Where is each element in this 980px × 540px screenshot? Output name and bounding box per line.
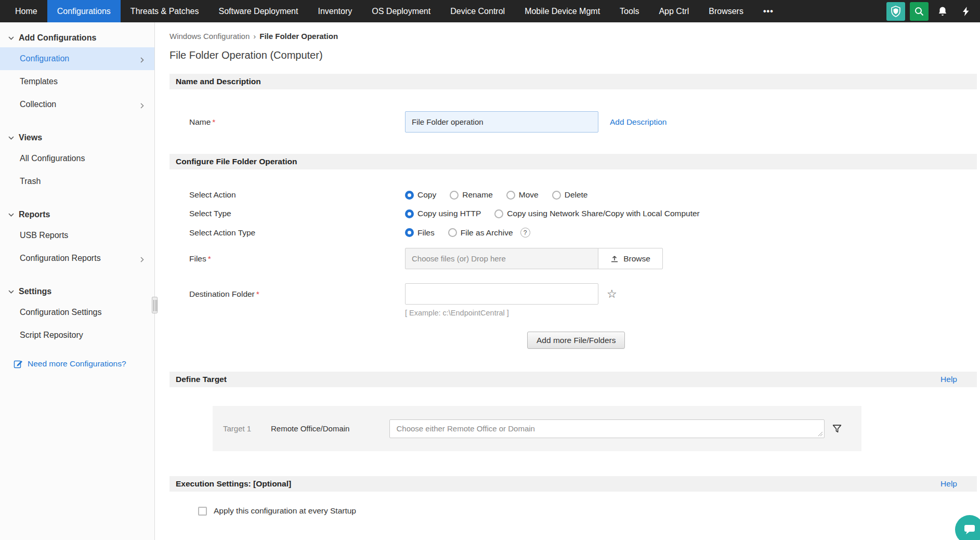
- help-question-icon[interactable]: ?: [520, 228, 530, 238]
- radio-icon: [552, 191, 561, 200]
- sidebar-resize-handle[interactable]: [152, 297, 158, 313]
- sidebar-section-title: Add Configurations: [19, 33, 96, 43]
- nav-configurations[interactable]: Configurations: [47, 0, 121, 22]
- nav-tools[interactable]: Tools: [610, 0, 649, 22]
- section-title: Execution Settings: [Optional]: [176, 479, 291, 489]
- sidebar-item-configuration[interactable]: Configuration: [0, 47, 154, 70]
- nav-inventory[interactable]: Inventory: [308, 0, 362, 22]
- chevron-down-icon: [8, 136, 14, 140]
- destination-folder-input[interactable]: [405, 283, 598, 305]
- upload-icon: [610, 255, 619, 263]
- radio-copy[interactable]: Copy: [405, 190, 436, 200]
- nav-browsers[interactable]: Browsers: [699, 0, 753, 22]
- sidebar-section-views: Views All Configurations Trash: [0, 128, 154, 193]
- required-asterisk: *: [212, 117, 215, 126]
- section-bar-define-target: Define Target Help: [169, 372, 977, 387]
- sidebar-header-views[interactable]: Views: [0, 128, 154, 147]
- sidebar-header-reports[interactable]: Reports: [0, 205, 154, 224]
- select-action-type-label: Select Action Type: [189, 228, 405, 238]
- destination-folder-row: Destination Folder* ☆: [169, 283, 977, 305]
- sidebar-item-label: Templates: [20, 77, 58, 86]
- favorite-star-icon[interactable]: ☆: [607, 288, 617, 300]
- nav-device-control[interactable]: Device Control: [440, 0, 515, 22]
- sidebar-item-collection[interactable]: Collection: [0, 93, 154, 116]
- section-define-target: Define Target Help Target 1 Remote Offic…: [169, 372, 977, 451]
- nav-app-ctrl[interactable]: App Ctrl: [649, 0, 699, 22]
- nav-mobile-device-mgmt[interactable]: Mobile Device Mgmt: [515, 0, 610, 22]
- sidebar-item-script-repository[interactable]: Script Repository: [0, 324, 154, 347]
- file-picker: Browse: [405, 248, 663, 269]
- chevron-right-icon: [140, 101, 144, 111]
- section-execution-settings: Execution Settings: [Optional] Help Appl…: [169, 476, 977, 516]
- radio-copy-using-network-share[interactable]: Copy using Network Share/Copy with Local…: [494, 209, 699, 218]
- radio-icon: [506, 191, 515, 200]
- sidebar-header-add-configurations[interactable]: Add Configurations: [0, 29, 154, 47]
- select-action-type-row: Select Action Type Files File as Archive…: [169, 228, 977, 238]
- remote-office-domain-input[interactable]: [389, 419, 825, 438]
- security-shield-icon[interactable]: [886, 2, 905, 21]
- sidebar-item-configuration-settings[interactable]: Configuration Settings: [0, 301, 154, 324]
- nav-os-deployment[interactable]: OS Deployment: [362, 0, 440, 22]
- sidebar-item-label: USB Reports: [20, 231, 68, 240]
- nav-software-deployment[interactable]: Software Deployment: [208, 0, 308, 22]
- edit-icon: [14, 359, 23, 368]
- sidebar-item-templates[interactable]: Templates: [0, 70, 154, 93]
- sidebar-item-configuration-reports[interactable]: Configuration Reports: [0, 247, 154, 270]
- nav-more-icon[interactable]: •••: [753, 0, 783, 22]
- section-bar-configure-operation: Configure File Folder Operation: [169, 154, 977, 169]
- radio-move[interactable]: Move: [506, 190, 539, 200]
- select-type-options: Copy using HTTP Copy using Network Share…: [405, 209, 700, 218]
- browse-button[interactable]: Browse: [598, 248, 663, 269]
- required-asterisk: *: [208, 254, 211, 263]
- notifications-button[interactable]: [933, 2, 952, 21]
- radio-selected-icon: [405, 209, 414, 218]
- add-description-link[interactable]: Add Description: [610, 117, 667, 127]
- nav-home[interactable]: Home: [5, 0, 47, 22]
- sidebar-item-label: Configuration Settings: [20, 308, 101, 317]
- top-navigation: Home Configurations Threats & Patches So…: [0, 0, 980, 22]
- radio-icon: [494, 209, 503, 218]
- sidebar-item-trash[interactable]: Trash: [0, 170, 154, 193]
- sidebar-item-usb-reports[interactable]: USB Reports: [0, 224, 154, 247]
- radio-copy-using-http[interactable]: Copy using HTTP: [405, 209, 481, 218]
- breadcrumb-current: File Folder Operation: [259, 32, 338, 41]
- apply-at-startup-checkbox[interactable]: [198, 507, 207, 516]
- destination-example-hint: [ Example: c:\EndpointCentral ]: [169, 309, 977, 317]
- sidebar-item-label: Script Repository: [20, 331, 83, 340]
- file-drop-input[interactable]: [405, 248, 598, 269]
- startup-checkbox-row: Apply this configuration at every Startu…: [169, 506, 977, 516]
- select-type-label: Select Type: [189, 209, 405, 218]
- nav-icon-group: [886, 0, 980, 22]
- breadcrumb-separator-icon: ›: [253, 32, 256, 41]
- sidebar-section-title: Reports: [19, 210, 50, 219]
- nav-items: Home Configurations Threats & Patches So…: [5, 0, 783, 22]
- target-panel: Target 1 Remote Office/Domain: [213, 406, 861, 451]
- files-row: Files* Browse: [169, 248, 977, 269]
- page-title: File Folder Operation (Computer): [169, 48, 977, 62]
- radio-delete[interactable]: Delete: [552, 190, 588, 200]
- breadcrumb-parent[interactable]: Windows Configuration: [169, 32, 250, 41]
- radio-rename[interactable]: Rename: [450, 190, 493, 200]
- name-row: Name* Add Description: [169, 111, 977, 133]
- add-more-file-folders-button[interactable]: Add more File/Folders: [527, 332, 625, 349]
- search-button[interactable]: [910, 2, 929, 21]
- name-input[interactable]: [405, 111, 598, 133]
- nav-threats-patches[interactable]: Threats & Patches: [121, 0, 209, 22]
- shield-icon: [891, 6, 901, 17]
- section-title: Name and Description: [176, 77, 261, 86]
- radio-files[interactable]: Files: [405, 228, 435, 238]
- select-action-label: Select Action: [189, 190, 405, 200]
- execution-settings-help-link[interactable]: Help: [940, 479, 957, 489]
- need-more-configurations-label: Need more Configurations?: [28, 359, 126, 368]
- define-target-help-link[interactable]: Help: [940, 375, 957, 384]
- lightning-icon: [962, 6, 970, 17]
- remote-office-input-wrap: [389, 419, 825, 438]
- sidebar-item-all-configurations[interactable]: All Configurations: [0, 147, 154, 170]
- sidebar-header-settings[interactable]: Settings: [0, 282, 154, 301]
- files-label: Files*: [189, 254, 405, 264]
- radio-file-as-archive[interactable]: File as Archive: [448, 228, 513, 238]
- filter-funnel-icon[interactable]: [832, 424, 842, 433]
- need-more-configurations-link[interactable]: Need more Configurations?: [0, 359, 154, 368]
- quick-actions-button[interactable]: [957, 2, 975, 21]
- select-action-options: Copy Rename Move Delete: [405, 190, 588, 200]
